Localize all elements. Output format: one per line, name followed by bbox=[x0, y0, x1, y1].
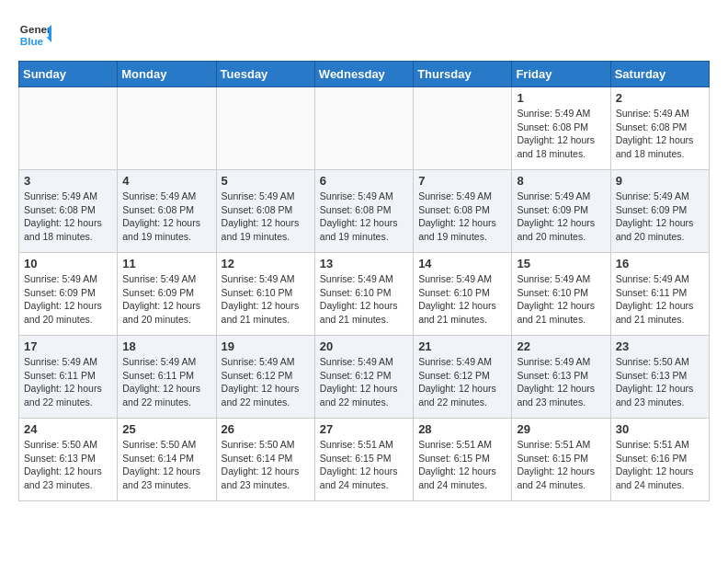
calendar-cell bbox=[118, 87, 216, 170]
day-number: 18 bbox=[122, 339, 210, 353]
calendar-cell: 1Sunrise: 5:49 AM Sunset: 6:08 PM Daylig… bbox=[512, 87, 610, 170]
calendar-cell: 5Sunrise: 5:49 AM Sunset: 6:08 PM Daylig… bbox=[216, 170, 314, 253]
day-number: 13 bbox=[320, 257, 408, 270]
calendar-week-row: 24Sunrise: 5:50 AM Sunset: 6:13 PM Dayli… bbox=[19, 419, 710, 501]
day-number: 16 bbox=[616, 257, 704, 270]
day-info: Sunrise: 5:50 AM Sunset: 6:13 PM Dayligh… bbox=[616, 355, 704, 409]
day-number: 26 bbox=[222, 422, 310, 436]
day-number: 30 bbox=[616, 422, 704, 436]
day-number: 4 bbox=[122, 174, 210, 188]
day-number: 25 bbox=[122, 422, 210, 436]
day-info: Sunrise: 5:49 AM Sunset: 6:13 PM Dayligh… bbox=[517, 355, 605, 409]
calendar-cell: 19Sunrise: 5:49 AM Sunset: 6:12 PM Dayli… bbox=[216, 336, 314, 419]
calendar-week-row: 17Sunrise: 5:49 AM Sunset: 6:11 PM Dayli… bbox=[19, 336, 710, 419]
calendar-cell: 2Sunrise: 5:49 AM Sunset: 6:08 PM Daylig… bbox=[610, 87, 709, 170]
day-number: 28 bbox=[418, 422, 506, 436]
day-info: Sunrise: 5:50 AM Sunset: 6:14 PM Dayligh… bbox=[222, 438, 310, 492]
day-info: Sunrise: 5:49 AM Sunset: 6:11 PM Dayligh… bbox=[616, 272, 704, 327]
calendar-cell: 7Sunrise: 5:49 AM Sunset: 6:08 PM Daylig… bbox=[414, 170, 512, 253]
day-number: 23 bbox=[616, 339, 704, 353]
calendar-cell: 24Sunrise: 5:50 AM Sunset: 6:13 PM Dayli… bbox=[19, 419, 118, 501]
calendar-cell: 16Sunrise: 5:49 AM Sunset: 6:11 PM Dayli… bbox=[610, 253, 709, 336]
calendar-header-row: SundayMondayTuesdayWednesdayThursdayFrid… bbox=[19, 62, 710, 87]
column-header-saturday: Saturday bbox=[610, 62, 709, 87]
calendar-cell: 14Sunrise: 5:49 AM Sunset: 6:10 PM Dayli… bbox=[414, 253, 512, 336]
calendar-cell: 13Sunrise: 5:49 AM Sunset: 6:10 PM Dayli… bbox=[314, 253, 413, 336]
day-info: Sunrise: 5:49 AM Sunset: 6:12 PM Dayligh… bbox=[320, 355, 408, 409]
column-header-sunday: Sunday bbox=[19, 62, 118, 87]
calendar-cell bbox=[314, 87, 413, 170]
day-info: Sunrise: 5:49 AM Sunset: 6:08 PM Dayligh… bbox=[616, 107, 704, 161]
day-number: 8 bbox=[517, 174, 605, 188]
day-number: 10 bbox=[24, 257, 112, 270]
day-number: 20 bbox=[320, 339, 408, 353]
calendar-cell: 26Sunrise: 5:50 AM Sunset: 6:14 PM Dayli… bbox=[216, 419, 314, 501]
day-info: Sunrise: 5:49 AM Sunset: 6:08 PM Dayligh… bbox=[24, 190, 112, 244]
logo: General Blue bbox=[18, 18, 55, 52]
day-number: 27 bbox=[320, 422, 408, 436]
day-number: 19 bbox=[222, 339, 310, 353]
day-info: Sunrise: 5:51 AM Sunset: 6:15 PM Dayligh… bbox=[320, 438, 408, 492]
day-info: Sunrise: 5:49 AM Sunset: 6:08 PM Dayligh… bbox=[122, 190, 210, 244]
day-number: 12 bbox=[222, 257, 310, 270]
day-number: 24 bbox=[24, 422, 112, 436]
day-number: 14 bbox=[418, 257, 506, 270]
logo-icon: General Blue bbox=[18, 18, 51, 52]
day-info: Sunrise: 5:49 AM Sunset: 6:12 PM Dayligh… bbox=[222, 355, 310, 409]
calendar-cell: 22Sunrise: 5:49 AM Sunset: 6:13 PM Dayli… bbox=[512, 336, 610, 419]
day-info: Sunrise: 5:49 AM Sunset: 6:08 PM Dayligh… bbox=[222, 190, 310, 244]
column-header-monday: Monday bbox=[118, 62, 216, 87]
day-info: Sunrise: 5:51 AM Sunset: 6:16 PM Dayligh… bbox=[616, 438, 704, 492]
day-info: Sunrise: 5:50 AM Sunset: 6:14 PM Dayligh… bbox=[122, 438, 210, 492]
calendar-cell: 20Sunrise: 5:49 AM Sunset: 6:12 PM Dayli… bbox=[314, 336, 413, 419]
day-info: Sunrise: 5:51 AM Sunset: 6:15 PM Dayligh… bbox=[418, 438, 506, 492]
day-info: Sunrise: 5:49 AM Sunset: 6:10 PM Dayligh… bbox=[320, 272, 408, 327]
calendar-cell: 30Sunrise: 5:51 AM Sunset: 6:16 PM Dayli… bbox=[610, 419, 709, 501]
day-number: 21 bbox=[418, 339, 506, 353]
calendar-cell: 23Sunrise: 5:50 AM Sunset: 6:13 PM Dayli… bbox=[610, 336, 709, 419]
calendar-cell: 4Sunrise: 5:49 AM Sunset: 6:08 PM Daylig… bbox=[118, 170, 216, 253]
calendar-cell: 15Sunrise: 5:49 AM Sunset: 6:10 PM Dayli… bbox=[512, 253, 610, 336]
column-header-wednesday: Wednesday bbox=[314, 62, 413, 87]
column-header-friday: Friday bbox=[512, 62, 610, 87]
calendar-cell: 10Sunrise: 5:49 AM Sunset: 6:09 PM Dayli… bbox=[19, 253, 118, 336]
day-info: Sunrise: 5:49 AM Sunset: 6:09 PM Dayligh… bbox=[616, 190, 704, 244]
svg-text:General: General bbox=[20, 23, 51, 35]
calendar-cell: 18Sunrise: 5:49 AM Sunset: 6:11 PM Dayli… bbox=[118, 336, 216, 419]
calendar-week-row: 3Sunrise: 5:49 AM Sunset: 6:08 PM Daylig… bbox=[19, 170, 710, 253]
calendar-cell: 17Sunrise: 5:49 AM Sunset: 6:11 PM Dayli… bbox=[19, 336, 118, 419]
day-number: 22 bbox=[517, 339, 605, 353]
day-info: Sunrise: 5:49 AM Sunset: 6:12 PM Dayligh… bbox=[418, 355, 506, 409]
calendar-cell bbox=[414, 87, 512, 170]
day-number: 6 bbox=[320, 174, 408, 188]
day-info: Sunrise: 5:49 AM Sunset: 6:11 PM Dayligh… bbox=[122, 355, 210, 409]
day-info: Sunrise: 5:49 AM Sunset: 6:08 PM Dayligh… bbox=[517, 107, 605, 161]
calendar-cell: 6Sunrise: 5:49 AM Sunset: 6:08 PM Daylig… bbox=[314, 170, 413, 253]
calendar-cell: 25Sunrise: 5:50 AM Sunset: 6:14 PM Dayli… bbox=[118, 419, 216, 501]
day-number: 3 bbox=[24, 174, 112, 188]
calendar-week-row: 10Sunrise: 5:49 AM Sunset: 6:09 PM Dayli… bbox=[19, 253, 710, 336]
day-number: 1 bbox=[517, 91, 605, 105]
calendar-cell bbox=[216, 87, 314, 170]
day-info: Sunrise: 5:49 AM Sunset: 6:09 PM Dayligh… bbox=[122, 272, 210, 327]
day-number: 17 bbox=[24, 339, 112, 353]
calendar-cell: 29Sunrise: 5:51 AM Sunset: 6:15 PM Dayli… bbox=[512, 419, 610, 501]
page-header: General Blue bbox=[18, 18, 710, 52]
svg-text:Blue: Blue bbox=[20, 35, 44, 47]
calendar-cell: 27Sunrise: 5:51 AM Sunset: 6:15 PM Dayli… bbox=[314, 419, 413, 501]
calendar-table: SundayMondayTuesdayWednesdayThursdayFrid… bbox=[18, 61, 710, 501]
column-header-tuesday: Tuesday bbox=[216, 62, 314, 87]
day-info: Sunrise: 5:49 AM Sunset: 6:09 PM Dayligh… bbox=[517, 190, 605, 244]
calendar-cell: 9Sunrise: 5:49 AM Sunset: 6:09 PM Daylig… bbox=[610, 170, 709, 253]
day-number: 9 bbox=[616, 174, 704, 188]
calendar-week-row: 1Sunrise: 5:49 AM Sunset: 6:08 PM Daylig… bbox=[19, 87, 710, 170]
day-info: Sunrise: 5:49 AM Sunset: 6:08 PM Dayligh… bbox=[320, 190, 408, 244]
day-info: Sunrise: 5:50 AM Sunset: 6:13 PM Dayligh… bbox=[24, 438, 112, 492]
calendar-cell: 3Sunrise: 5:49 AM Sunset: 6:08 PM Daylig… bbox=[19, 170, 118, 253]
calendar-cell: 21Sunrise: 5:49 AM Sunset: 6:12 PM Dayli… bbox=[414, 336, 512, 419]
day-info: Sunrise: 5:49 AM Sunset: 6:09 PM Dayligh… bbox=[24, 272, 112, 327]
day-info: Sunrise: 5:51 AM Sunset: 6:15 PM Dayligh… bbox=[517, 438, 605, 492]
day-number: 2 bbox=[616, 91, 704, 105]
day-number: 29 bbox=[517, 422, 605, 436]
calendar-cell: 8Sunrise: 5:49 AM Sunset: 6:09 PM Daylig… bbox=[512, 170, 610, 253]
